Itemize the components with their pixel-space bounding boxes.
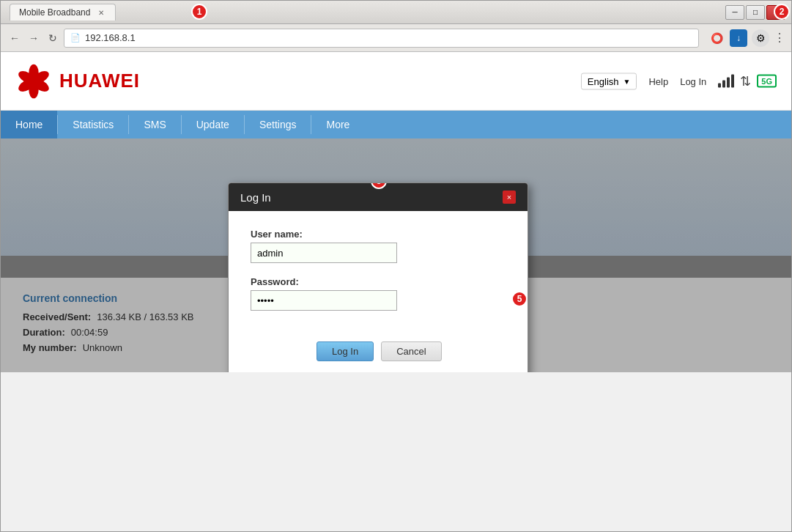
- menu-icon[interactable]: ⋮: [774, 31, 785, 45]
- password-group: Password: 5: [251, 276, 506, 311]
- annotation-2: 2: [774, 4, 790, 20]
- lang-dropdown-arrow: ▼: [623, 77, 631, 85]
- signal-bar-4: [731, 75, 734, 88]
- modal-overlay: 3 Log In × User name: 4 Passwor: [1, 138, 791, 372]
- username-input[interactable]: [251, 243, 397, 263]
- password-input[interactable]: [251, 290, 397, 311]
- login-link[interactable]: Log In: [680, 75, 706, 86]
- address-bar[interactable]: 📄 192.168.8.1: [64, 29, 699, 48]
- address-text: 192.168.8.1: [85, 32, 136, 43]
- modal-close-button[interactable]: ×: [503, 191, 516, 204]
- signal-bar-3: [727, 78, 730, 88]
- language-selector[interactable]: English ▼: [581, 73, 637, 89]
- username-group: User name: 4: [251, 229, 506, 263]
- navbar: ← → ↻ 📄 192.168.8.1 ⭕ ↓ ⚙ ⋮: [1, 24, 791, 52]
- back-button[interactable]: ←: [7, 30, 23, 46]
- huawei-logo: HUAWEI: [15, 63, 140, 100]
- nav-home[interactable]: Home: [1, 111, 57, 138]
- password-label: Password:: [251, 276, 506, 287]
- tab-close-button[interactable]: ✕: [96, 7, 106, 18]
- huawei-brand-text: HUAWEI: [59, 70, 140, 92]
- nav-settings[interactable]: Settings: [245, 111, 311, 138]
- window-controls-right: ─ □ ✕ 2: [725, 5, 785, 20]
- nav-more[interactable]: More: [311, 111, 364, 138]
- language-label: English: [588, 75, 619, 86]
- username-label: User name:: [251, 229, 506, 240]
- download-icon[interactable]: ↓: [730, 29, 747, 47]
- browser-window: Mobile Broadband ✕ 1 ─ □ ✕ 2 ← → ↻ 📄 192…: [0, 0, 792, 532]
- tab-title: Mobile Broadband: [19, 7, 90, 18]
- nav-icons-right: ⭕ ↓ ⚙ ⋮: [708, 29, 785, 47]
- forward-button[interactable]: →: [26, 30, 42, 46]
- signal-bar-1: [718, 84, 721, 88]
- title-bar: Mobile Broadband ✕ 1 ─ □ ✕ 2: [1, 1, 791, 24]
- signal-icons: ⇅ 5G: [718, 73, 777, 89]
- extension-icon-1[interactable]: ⭕: [708, 29, 725, 47]
- main-area: AIS 3G Current connection Received/Sent:…: [1, 138, 791, 372]
- header-right: English ▼ Help Log In ⇅ 5G: [581, 73, 777, 89]
- signal-strength-icon: [718, 75, 734, 88]
- signal-bar-2: [722, 81, 725, 88]
- browser-tab[interactable]: Mobile Broadband ✕: [10, 4, 116, 21]
- 5g-badge: 5G: [757, 75, 777, 88]
- huawei-header: HUAWEI English ▼ Help Log In ⇅: [1, 52, 791, 111]
- minimize-button[interactable]: ─: [725, 5, 744, 20]
- modal-body: User name: 4 Password: 5: [229, 211, 528, 339]
- cancel-button[interactable]: Cancel: [381, 341, 441, 361]
- help-link[interactable]: Help: [648, 75, 668, 86]
- nav-statistics[interactable]: Statistics: [58, 111, 128, 138]
- transfer-arrows-icon: ⇅: [740, 73, 751, 89]
- extension-icon-2[interactable]: ⚙: [752, 29, 769, 47]
- nav-sms[interactable]: SMS: [129, 111, 180, 138]
- login-button[interactable]: Log In: [317, 341, 374, 361]
- page-icon: 📄: [70, 33, 81, 43]
- nav-update[interactable]: Update: [182, 111, 244, 138]
- modal-title: Log In: [240, 191, 271, 204]
- modal-footer: Log In Cancel: [229, 339, 528, 372]
- maximize-button[interactable]: □: [746, 5, 765, 20]
- refresh-button[interactable]: ↻: [45, 30, 61, 46]
- huawei-logo-svg: [15, 63, 52, 100]
- window-controls-left: Mobile Broadband ✕: [7, 4, 116, 21]
- annotation-1: 1: [191, 4, 207, 20]
- login-modal: 3 Log In × User name: 4 Passwor: [228, 182, 528, 372]
- nav-menu: Home Statistics SMS Update Settings More: [1, 111, 791, 138]
- annotation-5: 5: [511, 291, 528, 307]
- page-content: HUAWEI English ▼ Help Log In ⇅: [1, 52, 791, 531]
